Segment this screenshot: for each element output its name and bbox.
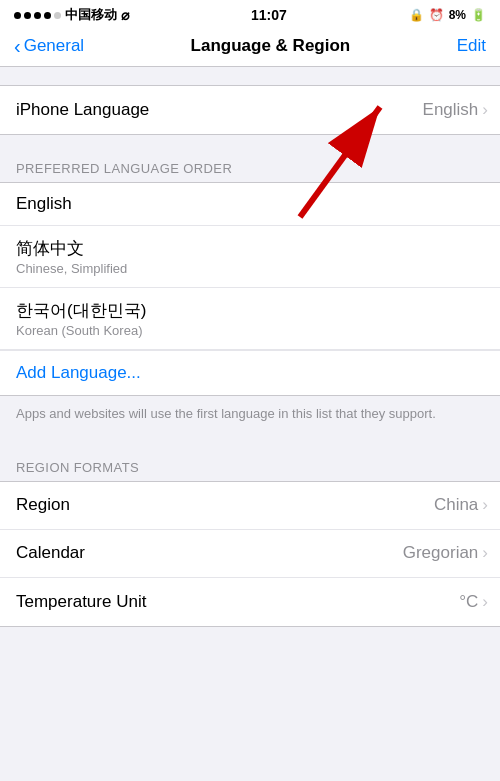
svg-line-1 (300, 107, 380, 217)
language-row-korean[interactable]: 한국어(대한민국) Korean (South Korea) (0, 288, 500, 350)
battery-label: 8% (449, 8, 466, 22)
region-value-text: China (434, 495, 478, 515)
language-name-chinese-main: 简体中文 (16, 237, 484, 260)
carrier-label: 中国移动 (65, 6, 117, 24)
status-left: 中国移动 ⌀ (14, 6, 129, 24)
iphone-language-value: English › (423, 100, 484, 120)
temperature-chevron-icon: › (482, 592, 488, 612)
calendar-row[interactable]: Calendar Gregorian › (0, 530, 500, 578)
arrow-annotation (240, 87, 420, 227)
section-gap-4 (0, 627, 500, 645)
iphone-language-chevron-icon: › (482, 100, 488, 120)
language-name-chinese-sub: Chinese, Simplified (16, 261, 484, 276)
alarm-icon: ⏰ (429, 8, 444, 22)
add-language-row[interactable]: Add Language... (0, 350, 500, 395)
calendar-label: Calendar (16, 543, 85, 563)
language-name-korean-main: 한국어(대한민국) (16, 299, 484, 322)
edit-button[interactable]: Edit (457, 36, 486, 56)
temperature-value-text: °C (459, 592, 478, 612)
back-chevron-icon: ‹ (14, 36, 21, 56)
calendar-chevron-icon: › (482, 543, 488, 563)
region-label: Region (16, 495, 70, 515)
section-gap-1 (0, 67, 500, 85)
region-value: China › (434, 495, 484, 515)
section-gap-3 (0, 434, 500, 452)
info-text: Apps and websites will use the first lan… (0, 396, 500, 434)
status-right: 🔒 ⏰ 8% 🔋 (409, 8, 486, 22)
region-chevron-icon: › (482, 495, 488, 515)
signal-dots (14, 12, 61, 19)
language-row-chinese[interactable]: 简体中文 Chinese, Simplified (0, 226, 500, 288)
temperature-label: Temperature Unit (16, 592, 146, 612)
status-bar: 中国移动 ⌀ 11:07 🔒 ⏰ 8% 🔋 (0, 0, 500, 28)
wifi-icon: ⌀ (121, 7, 129, 23)
lock-icon: 🔒 (409, 8, 424, 22)
calendar-value: Gregorian › (403, 543, 484, 563)
iphone-language-label: iPhone Language (16, 100, 149, 120)
page-title: Language & Region (191, 36, 351, 56)
temperature-row[interactable]: Temperature Unit °C › (0, 578, 500, 626)
region-section-header: REGION FORMATS (0, 452, 500, 481)
back-label[interactable]: General (24, 36, 84, 56)
status-time: 11:07 (251, 7, 287, 23)
battery-icon: 🔋 (471, 8, 486, 22)
back-button[interactable]: ‹ General (14, 36, 84, 56)
region-formats-card: Region China › Calendar Gregorian › Temp… (0, 481, 500, 627)
temperature-value: °C › (459, 592, 484, 612)
region-row[interactable]: Region China › (0, 482, 500, 530)
iphone-language-value-text: English (423, 100, 479, 120)
calendar-value-text: Gregorian (403, 543, 479, 563)
language-name-korean-sub: Korean (South Korea) (16, 323, 484, 338)
add-language-label[interactable]: Add Language... (16, 363, 141, 383)
nav-bar: ‹ General Language & Region Edit (0, 28, 500, 67)
